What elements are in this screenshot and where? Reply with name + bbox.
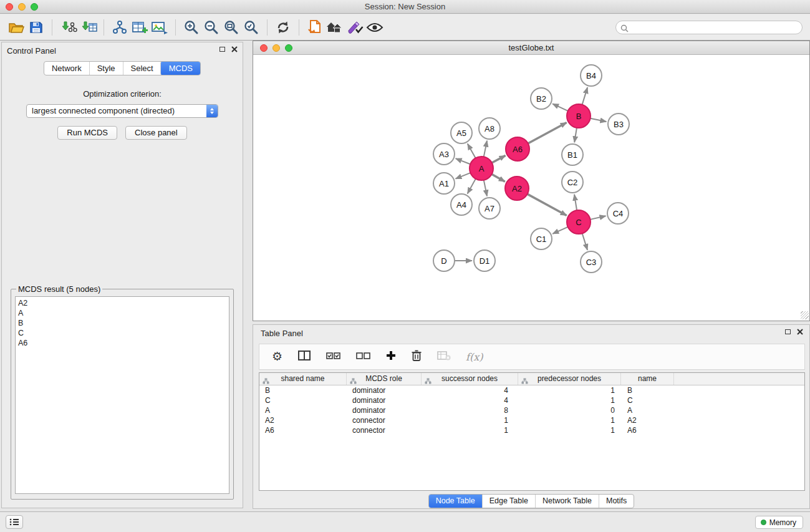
graph-edge[interactable] <box>552 227 567 234</box>
graph-edge[interactable] <box>492 155 506 163</box>
graph-node-C3[interactable]: C3 <box>581 251 602 273</box>
add-column-button[interactable] <box>386 351 396 363</box>
table-cell[interactable]: A <box>621 405 674 415</box>
table-cell[interactable]: dominator <box>347 395 422 405</box>
mcds-result-item[interactable]: A2 <box>16 298 229 308</box>
close-panel-icon[interactable] <box>797 329 803 335</box>
select-all-button[interactable] <box>326 351 341 362</box>
graph-node-C1[interactable]: C1 <box>531 228 552 249</box>
table-cell[interactable]: connector <box>347 415 422 425</box>
table-cell[interactable]: A6 <box>259 425 347 435</box>
table-row[interactable]: Bdominator41B <box>259 385 804 395</box>
clone-network-button[interactable] <box>110 17 130 38</box>
graph-node-C[interactable]: C <box>567 210 591 234</box>
new-table-button[interactable] <box>130 17 150 38</box>
table-cell[interactable]: A2 <box>259 415 347 425</box>
graph-edge[interactable] <box>492 174 505 181</box>
table-cell[interactable]: 0 <box>518 405 621 415</box>
graph-node-D1[interactable]: D1 <box>474 250 495 271</box>
network-canvas[interactable]: B4B2BB3A5A8A6B1A3AC2A1A2A4A7C4CC1C3DD1 <box>253 55 809 320</box>
graph-node-C4[interactable]: C4 <box>607 203 629 224</box>
import-network-button[interactable] <box>58 17 78 38</box>
apply-style-button[interactable] <box>345 17 365 38</box>
graph-node-A8[interactable]: A8 <box>479 118 500 139</box>
zoom-out-button[interactable] <box>201 17 221 38</box>
table-cell[interactable]: A6 <box>621 425 674 435</box>
refresh-layout-button[interactable] <box>273 17 293 38</box>
optimization-criterion-dropdown[interactable]: largest connected component (directed) <box>26 104 218 118</box>
window-resize-grip[interactable] <box>801 311 809 319</box>
mcds-result-item[interactable]: A6 <box>16 338 229 348</box>
graph-node-A2[interactable]: A2 <box>505 177 529 200</box>
zoom-selected-button[interactable] <box>241 17 261 38</box>
import-table-button[interactable] <box>78 17 98 38</box>
table-cell[interactable]: C <box>621 395 674 405</box>
graph-node-A1[interactable]: A1 <box>433 173 455 194</box>
graph-edge[interactable] <box>468 143 476 158</box>
export-image-button[interactable] <box>150 17 170 38</box>
close-window-button[interactable] <box>6 3 13 11</box>
save-session-button[interactable] <box>26 17 46 38</box>
close-panel-icon[interactable] <box>231 46 238 52</box>
table-cell[interactable]: 1 <box>518 385 621 395</box>
graph-edge[interactable] <box>574 128 577 142</box>
graph-node-C2[interactable]: C2 <box>562 172 583 193</box>
mcds-result-item[interactable]: A <box>16 308 229 318</box>
table-cell[interactable]: A <box>259 405 347 415</box>
table-cell[interactable]: B <box>621 385 674 395</box>
graph-edge[interactable] <box>456 173 471 179</box>
table-cell[interactable]: 1 <box>422 425 518 435</box>
mcds-result-item[interactable]: B <box>16 318 229 328</box>
home-view-button[interactable] <box>325 17 345 38</box>
clear-selection-button[interactable] <box>356 351 371 362</box>
graph-node-A4[interactable]: A4 <box>451 194 472 215</box>
table-cell[interactable]: 1 <box>422 415 518 425</box>
graph-node-B3[interactable]: B3 <box>608 114 629 135</box>
graph-edge[interactable] <box>528 122 567 143</box>
graph-edge[interactable] <box>574 195 577 210</box>
graph-edge[interactable] <box>552 104 568 111</box>
table-settings-button[interactable]: ⚙ <box>272 351 282 363</box>
table-cell[interactable]: A2 <box>621 415 674 425</box>
show-panels-button[interactable] <box>6 515 23 529</box>
graph-edge[interactable] <box>591 118 607 122</box>
tab-mcds[interactable]: MCDS <box>160 61 201 75</box>
graph-edge[interactable] <box>456 158 471 164</box>
table-row[interactable]: Cdominator41C <box>259 395 804 405</box>
minimize-window-button[interactable] <box>18 3 26 11</box>
graph-edge[interactable] <box>582 87 588 105</box>
tab-edge-table[interactable]: Edge Table <box>482 495 535 508</box>
float-panel-icon[interactable] <box>785 329 791 334</box>
graph-node-D[interactable]: D <box>433 250 455 271</box>
tab-style[interactable]: Style <box>89 62 123 75</box>
document-export-button[interactable] <box>305 17 325 38</box>
table-cell[interactable]: 8 <box>422 405 518 415</box>
network-close-button[interactable] <box>260 44 268 52</box>
network-minimize-button[interactable] <box>272 44 280 52</box>
graph-node-B2[interactable]: B2 <box>531 88 552 109</box>
graph-node-A5[interactable]: A5 <box>451 122 472 143</box>
graph-edge[interactable] <box>468 179 476 194</box>
zoom-fit-button[interactable] <box>221 17 241 38</box>
close-panel-button[interactable]: Close panel <box>125 126 187 140</box>
network-window-titlebar[interactable]: testGlobe.txt <box>253 41 809 55</box>
graph-node-B4[interactable]: B4 <box>581 65 602 86</box>
float-panel-icon[interactable] <box>219 47 225 52</box>
column-header-predecessor-nodes[interactable]: predecessor nodes <box>518 373 621 385</box>
graph-edge[interactable] <box>582 233 587 250</box>
mcds-result-list[interactable]: A2ABCA6 <box>15 296 229 494</box>
graph-node-A6[interactable]: A6 <box>506 137 529 161</box>
table-cell[interactable]: C <box>259 395 347 405</box>
table-cell[interactable]: B <box>259 385 347 395</box>
graph-edge[interactable] <box>528 194 567 215</box>
column-header-mcds-role[interactable]: MCDS role <box>347 373 422 385</box>
column-visibility-button[interactable] <box>297 350 311 364</box>
tab-node-table[interactable]: Node Table <box>428 494 483 508</box>
graph-edge[interactable] <box>591 216 606 220</box>
zoom-in-button[interactable] <box>181 17 201 38</box>
tab-network-table[interactable]: Network Table <box>535 495 599 508</box>
table-cell[interactable]: 4 <box>422 385 518 395</box>
graph-edge[interactable] <box>484 180 487 196</box>
delete-table-button[interactable] <box>437 351 451 363</box>
table-cell[interactable]: 1 <box>518 415 621 425</box>
